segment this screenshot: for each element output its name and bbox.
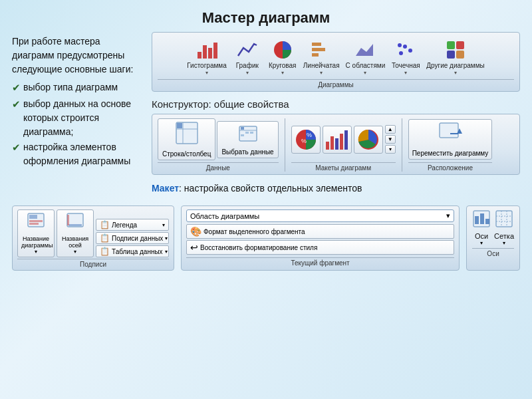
svg-rect-2	[208, 48, 212, 59]
ribbon-item-other[interactable]: Другие диаграммы ▾	[424, 37, 487, 77]
axes-icon	[472, 209, 491, 232]
svg-rect-26	[241, 134, 244, 136]
axes-names-arrow: ▾	[74, 249, 76, 255]
svg-rect-41	[29, 220, 43, 222]
bar-arrow: ▾	[320, 70, 323, 76]
data-table-icon: 📋	[100, 247, 110, 256]
scroll-down-btn[interactable]: ▼	[385, 135, 396, 144]
scroll-more-btn[interactable]: ▾	[385, 145, 396, 154]
svg-rect-24	[245, 132, 249, 134]
restore-style-btn[interactable]: ↩ Восстановить форматирование стиля	[186, 240, 454, 255]
row-col-btn[interactable]: Строка/столбец	[158, 118, 215, 160]
data-labels-btn[interactable]: 📋 Подписи данных ▾	[96, 232, 169, 244]
maket-desc: Макет: настройка свойств отдельных элеме…	[152, 183, 520, 194]
ribbon-item-histogram[interactable]: Гистограмма ▾	[184, 37, 229, 77]
ribbon-item-area[interactable]: С областями ▾	[343, 37, 388, 77]
dropdown-arrow-icon: ▾	[446, 211, 450, 220]
ribbon-item-pie[interactable]: Круговая ▾	[265, 37, 300, 77]
svg-marker-8	[356, 44, 373, 56]
layouts-group-label: Макеты диаграмм	[291, 162, 396, 172]
axes-label: Оси	[475, 232, 488, 240]
svg-rect-44	[68, 224, 82, 226]
current-fragment-ribbon: Область диаграммы ▾ 🎨 Формат выделенного…	[181, 205, 460, 271]
pie-label: Круговая	[269, 62, 296, 70]
fragment-dropdown-label: Область диаграммы	[190, 212, 259, 220]
scroll-up-btn[interactable]: ▲	[385, 125, 396, 134]
data-labels-arrow: ▾	[165, 235, 168, 241]
left-panel: При работе мастера диаграмм предусмотрен…	[12, 32, 145, 203]
bar-label: Линейчатая	[303, 62, 340, 70]
legend-arrow: ▾	[162, 222, 165, 228]
ribbon-item-graph[interactable]: График ▾	[230, 37, 265, 77]
axes-btn-arrow: ▾	[480, 240, 483, 246]
check-label-2: выбор данных на основе которых строится …	[23, 97, 145, 139]
data-group: Строка/столбец Выбрать данные Данные	[158, 118, 279, 172]
constructor-title-text: Конструктор	[152, 98, 209, 110]
check-label-1: выбор типа диаграмм	[23, 80, 118, 94]
chart-name-arrow: ▾	[35, 249, 37, 255]
check-item-1: ✔ выбор типа диаграмм	[12, 80, 145, 96]
histogram-label: Гистограмма	[187, 62, 227, 70]
row-col-label: Строка/столбец	[162, 150, 211, 158]
axes-btn[interactable]: Оси ▾	[472, 209, 491, 246]
format-fragment-icon: 🎨	[190, 226, 201, 237]
format-fragment-btn[interactable]: 🎨 Формат выделенного фрагмента	[186, 224, 454, 239]
page-title: Мастер диаграмм	[0, 0, 532, 32]
legend-label: Легенда	[112, 221, 137, 229]
legend-btn[interactable]: 📋 Легенда ▾	[96, 219, 169, 231]
grid-btn-arrow: ▾	[503, 240, 505, 246]
scatter-icon	[394, 38, 418, 62]
svg-rect-49	[485, 219, 489, 224]
scatter-label: Точечная	[392, 62, 420, 70]
check-item-3: ✔ настройка элементов оформления диаграм…	[12, 140, 145, 168]
svg-rect-34	[344, 130, 348, 150]
ribbon-item-bar[interactable]: Линейчатая ▾	[301, 37, 342, 77]
maket-title: Макет	[152, 183, 179, 194]
intro-text: При работе мастера диаграмм предусмотрен…	[12, 35, 145, 76]
svg-rect-40	[29, 215, 37, 219]
checkmark-3: ✔	[12, 140, 21, 156]
other-label: Другие диаграммы	[426, 62, 485, 70]
pie-icon	[271, 38, 295, 62]
other-icon	[444, 38, 467, 62]
histogram-icon	[195, 38, 219, 62]
restore-style-icon: ↩	[190, 242, 198, 253]
data-table-arrow: ▾	[165, 249, 168, 255]
labels-group: Название диаграммы ▾ Названия осей ▾ 📋 Л…	[17, 209, 169, 268]
svg-rect-33	[340, 134, 343, 150]
layout-icon-1[interactable]: %%	[291, 126, 321, 154]
graph-arrow: ▾	[246, 70, 249, 76]
axes-names-label: Названия осей	[61, 235, 90, 249]
ribbon-item-scatter[interactable]: Точечная ▾	[388, 37, 423, 77]
layout-icon-2[interactable]	[323, 126, 352, 154]
svg-point-10	[403, 45, 407, 49]
graph-label: График	[236, 62, 259, 70]
select-data-label: Выбрать данные	[221, 148, 273, 156]
grid-label: Сетка	[494, 232, 514, 240]
svg-text:%: %	[301, 138, 307, 144]
area-icon	[353, 38, 377, 62]
labels-menu: 📋 Легенда ▾ 📋 Подписи данных ▾ 📋 Таблица…	[96, 219, 169, 257]
check-label-3: настройка элементов оформления диаграммы	[23, 140, 145, 168]
data-table-btn[interactable]: 📋 Таблица данных ▾	[96, 245, 169, 257]
axes-group-label: Оси	[472, 248, 514, 257]
svg-rect-32	[335, 138, 338, 150]
checkmark-2: ✔	[12, 97, 21, 112]
chart-name-btn[interactable]: Название диаграммы ▾	[17, 209, 55, 257]
area-label: С областями	[346, 62, 386, 70]
bottom-section: Название диаграммы ▾ Названия осей ▾ 📋 Л…	[0, 205, 532, 271]
select-data-btn[interactable]: Выбрать данные	[217, 121, 278, 158]
fragment-dropdown[interactable]: Область диаграммы ▾	[186, 209, 454, 222]
right-panel: Гистограмма ▾ График ▾ Кру	[152, 32, 520, 203]
layout-icon-3[interactable]	[354, 126, 383, 154]
graph-icon	[235, 38, 259, 62]
pie-arrow: ▾	[281, 70, 284, 76]
chart-name-icon	[27, 212, 45, 234]
svg-rect-6	[312, 48, 325, 51]
grid-btn[interactable]: Сетка ▾	[494, 209, 514, 246]
select-data-icon	[238, 124, 258, 147]
constructor-title: Конструктор: общие свойства	[152, 98, 520, 110]
move-chart-btn[interactable]: Переместить диаграмму	[408, 119, 493, 160]
svg-point-9	[399, 51, 403, 55]
axes-names-btn[interactable]: Названия осей ▾	[57, 209, 94, 257]
